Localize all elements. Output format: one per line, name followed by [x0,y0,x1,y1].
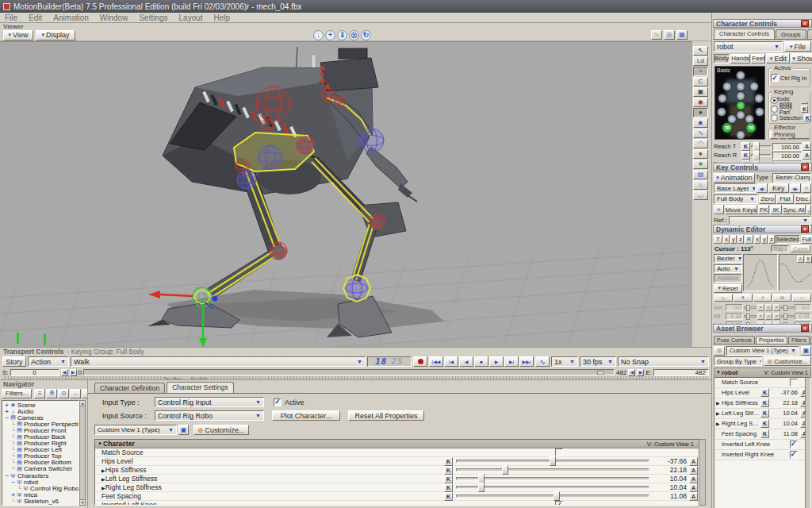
show-button[interactable]: Show [791,53,812,64]
ref-combo[interactable]: ▼ [729,216,811,225]
anim-a-button[interactable]: A [689,492,698,501]
key-k-button[interactable]: K [444,466,453,475]
key-k-button[interactable]: K [760,429,769,438]
property-table-header[interactable]: ▼ robot V: Custom View 1 [714,368,811,377]
dynamic-editor-titlebar[interactable]: Dynamic Editor× [713,225,812,233]
snap-combo[interactable]: No Snap▼ [618,356,709,367]
radio-body-part[interactable] [771,106,778,113]
collapse-icon[interactable]: − [4,415,10,421]
curve-preset-2[interactable]: ≀ [753,294,772,302]
filters-button[interactable]: Filters... [2,389,32,398]
trs-t-z3[interactable]: z [737,235,744,244]
property-slider[interactable] [456,468,649,471]
timeline-scrub-track[interactable] [83,369,615,375]
curve-b-button[interactable]: B [805,256,812,263]
list-view-icon[interactable]: ≡ [34,389,45,398]
key-k-button[interactable]: K [804,114,811,121]
dyn-eq-button[interactable]: = [773,304,780,311]
custom-view-combo[interactable]: Custom View 1 (Type)▼ [94,425,177,435]
right-knee-effector[interactable] [370,214,385,229]
fcurve-tool[interactable]: ∿ [693,129,708,138]
key-k-button[interactable]: K [760,388,769,397]
find-icon[interactable]: ※ [46,389,57,398]
tab-character-definition[interactable]: Character Definition [94,383,165,393]
spline-icon[interactable]: ∿ [651,30,662,40]
camera-tool[interactable]: ◉ [693,98,708,107]
expand-icon[interactable]: + [10,492,16,498]
play-button[interactable]: ▶ [489,356,504,367]
neck-effector[interactable] [261,119,274,132]
tab-pose-controls[interactable]: Pose Controls [714,336,755,344]
customize-button[interactable]: ⊛Customize... [193,425,249,435]
dyn-slider-right[interactable] [781,306,794,309]
cube-tool[interactable]: ■ [693,118,708,128]
reach-slider[interactable] [751,145,772,148]
orbit-icon[interactable]: ↻ [361,30,371,40]
record-dot-tool[interactable]: ● [693,149,708,159]
property-value[interactable]: 22.18 [653,466,689,474]
menu-layout[interactable]: Layout [179,13,203,22]
hips-effector[interactable] [259,145,282,169]
property-value[interactable]: 22.18 [770,399,799,406]
property-row-feet-spacing[interactable]: Feet SpacingK11.08A [95,492,705,501]
frame-all-icon[interactable]: ⇓ [337,30,347,40]
dyn-value-right[interactable]: 0.33 [795,313,811,320]
key-k-button[interactable]: K [741,142,750,151]
navigator-scrollbar[interactable]: ▲ ▼ [79,400,86,506]
property-slider[interactable] [456,486,649,489]
property-slider[interactable] [456,495,649,498]
arc-tool[interactable]: ◡ [693,190,708,200]
curve-preset-3[interactable]: ∪ [772,294,791,302]
delete-key-button[interactable]: × [802,183,811,193]
x-axis-arrow[interactable] [160,294,193,296]
key-k-button[interactable]: K [760,409,769,418]
shoulder-effector-2[interactable] [335,95,346,106]
dyn-eq-button[interactable]: = [757,304,764,311]
left-hip-aux-effector[interactable] [237,170,256,189]
full-body-button[interactable]: Full Body [801,235,812,244]
response-curve-b[interactable]: AB [779,254,812,291]
effector-dot[interactable] [717,107,726,117]
paste-view-button[interactable]: ▣ [178,425,189,435]
paste-view-button[interactable]: ▣ [801,346,811,356]
lock-icon[interactable]: ⊙ [58,389,69,398]
group-by-combo[interactable]: Group By Type▼ [714,356,762,366]
dyn-link-button[interactable]: ∞ [765,313,772,320]
previous-key-button[interactable]: ◀• [756,183,768,193]
dyn-slider-left[interactable] [744,306,756,309]
property-row-hips-stiffness[interactable]: ▶Hips StiffnessK22.18A [95,466,705,475]
display-menu-button[interactable]: Display [36,30,75,40]
trajectory-button[interactable]: Traj... [771,245,790,252]
effector-dot-tr[interactable]: TR [745,122,756,133]
curve-tool[interactable]: ◠ [693,139,708,148]
tab-properties[interactable]: Properties [756,336,787,344]
radio-selection[interactable] [771,114,778,121]
effector-dot[interactable] [718,94,727,103]
key-k-button[interactable]: K [760,419,769,428]
flat-button[interactable]: Flat [776,194,793,204]
key-k-button[interactable]: K [801,106,808,113]
expand-icon[interactable]: + [4,402,10,408]
property-checkbox[interactable]: ✓ [790,451,798,459]
tree-item-skeleton-v6[interactable]: └ΨSkeleton_v6 [3,498,78,504]
list-scrollbar[interactable] [805,378,810,508]
layer-combo[interactable]: Base Layer▼ [714,183,756,193]
trs-t-y2[interactable]: y [730,235,737,244]
property-checkbox[interactable]: ✓ [555,501,563,506]
next-key-button[interactable]: ▶| [504,356,519,367]
customize-button[interactable]: ⊛Customize... [764,356,811,366]
reset-button[interactable]: Reset [714,284,742,293]
fps-combo[interactable]: 30 fps▼ [580,356,616,367]
trs-r-z7[interactable]: z [768,235,775,244]
disc-button[interactable]: Disc. [795,194,811,204]
range-prev-button[interactable]: ◀ [61,369,68,376]
z-axis-handle[interactable] [213,296,218,302]
input-source-combo[interactable]: Control Rig Robo▼ [155,410,264,421]
head-effector[interactable] [256,87,291,121]
property-value[interactable]: -37.66 [653,457,689,465]
character-combo[interactable]: robot▼ [714,41,783,52]
auto-combo[interactable]: Auto▼ [714,264,742,273]
property-row-feet-spacing[interactable]: Feet SpacingK11.08A [714,429,810,440]
trs-r-x5[interactable]: x [754,235,760,244]
dyn-slider-right[interactable] [781,315,794,318]
